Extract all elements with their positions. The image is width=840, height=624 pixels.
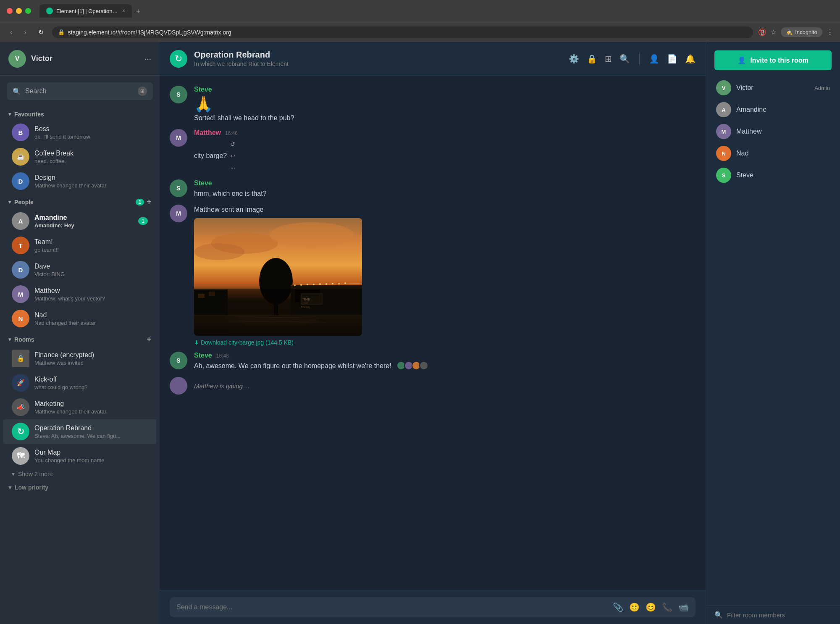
sidebar-item-ourmap[interactable]: 🗺 Our Map You changed the room name — [3, 444, 156, 468]
emoji-icon[interactable]: 🙂 — [629, 602, 640, 612]
member-item-steve[interactable]: S Steve — [711, 164, 835, 186]
nad-member-name: Nad — [736, 150, 830, 157]
marketing-name: Marketing — [34, 400, 148, 408]
svg-point-2 — [270, 222, 354, 247]
people-add-btn[interactable]: + — [147, 197, 151, 206]
sidebar-item-amandine[interactable]: A Amandine Amandine: Hey 1 — [3, 209, 156, 233]
svg-point-3 — [194, 243, 244, 260]
react-btn[interactable]: ↺ — [227, 138, 239, 150]
sidebar-item-coffee-break[interactable]: ☕ Coffee Break need. coffee. — [3, 145, 156, 169]
steve1-sender[interactable]: Steve — [194, 86, 212, 93]
members-icon[interactable]: 👤 — [649, 54, 659, 64]
kickoff-info: Kick-off what could go wrong? — [34, 376, 148, 390]
message-input[interactable] — [176, 603, 608, 611]
invite-icon: 👤 — [738, 56, 746, 64]
tab-close-btn[interactable]: × — [122, 8, 125, 14]
reload-btn[interactable]: ↻ — [35, 26, 47, 38]
settings-icon[interactable]: ⚙️ — [569, 54, 579, 64]
svg-rect-7 — [198, 294, 205, 298]
svg-rect-25 — [194, 315, 362, 336]
favourites-section-header[interactable]: ▾ Favourites — [0, 107, 160, 120]
city-barge-image[interactable]: THE CITY BARGE — [194, 218, 362, 336]
video-icon[interactable]: 📹 — [678, 602, 689, 612]
people-section-header[interactable]: ▾ People 1 + — [0, 193, 160, 209]
right-panel: 👤 Invite to this room V Victor Admin A A… — [706, 42, 840, 624]
steve3-header: Steve 16:48 — [194, 352, 696, 359]
minimize-window-btn[interactable] — [16, 8, 22, 14]
search-filter-btn[interactable]: ⊞ — [138, 87, 147, 96]
sidebar: V Victor ··· 🔍 Search ⊞ ▾ Favourites B B… — [0, 42, 160, 624]
download-link[interactable]: ⬇ Download city-barge.jpg (144.5 KB) — [194, 339, 696, 346]
chat-messages[interactable]: S Steve 🙏 Sorted! shall we head to the p… — [160, 76, 706, 590]
finance-preview: Matthew was invited — [34, 360, 148, 366]
matthew2-content: Matthew sent an image — [194, 205, 696, 346]
search-icon: 🔍 — [13, 87, 21, 95]
sidebar-item-marketing[interactable]: 📣 Marketing Matthew changed their avatar — [3, 395, 156, 419]
sidebar-item-finance[interactable]: 🔒 Finance (encrypted) Matthew was invite… — [3, 346, 156, 371]
sidebar-item-kickoff[interactable]: 🚀 Kick-off what could go wrong? — [3, 371, 156, 395]
oprebrand-info: Operation Rebrand Steve: Ah, awesome. We… — [34, 424, 148, 439]
app-container: V Victor ··· 🔍 Search ⊞ ▾ Favourites B B… — [0, 42, 840, 624]
lock-icon: 🔒 — [58, 29, 65, 35]
steve2-sender[interactable]: Steve — [194, 179, 212, 187]
lock-header-icon[interactable]: 🔒 — [587, 54, 597, 64]
member-item-amandine[interactable]: A Amandine — [711, 99, 835, 121]
steve3-sender[interactable]: Steve — [194, 352, 212, 359]
bookmark-icon[interactable]: ☆ — [771, 28, 777, 36]
new-tab-btn[interactable]: + — [132, 5, 144, 18]
rooms-section-header[interactable]: ▾ Rooms + — [0, 331, 160, 346]
forward-btn[interactable]: › — [21, 27, 29, 38]
svg-point-4 — [259, 258, 293, 304]
message-group-steve2: S Steve hmm, which one is that? — [160, 178, 706, 200]
member-item-nad[interactable]: N Nad — [711, 142, 835, 164]
member-item-matthew[interactable]: M Matthew — [711, 121, 835, 142]
sidebar-item-design[interactable]: D Design Matthew changed their avatar — [3, 169, 156, 193]
files-icon[interactable]: 📄 — [667, 54, 677, 64]
search-header-icon[interactable]: 🔍 — [620, 54, 630, 64]
matthew1-sender[interactable]: Matthew — [194, 129, 221, 137]
sidebar-item-boss[interactable]: B Boss ok, I'll send it tomorrow — [3, 120, 156, 145]
steve3-avatar: S — [170, 352, 187, 369]
sidebar-item-matthew[interactable]: M Matthew Matthew: what's your vector? — [3, 282, 156, 306]
sticker-icon[interactable]: 😊 — [646, 602, 656, 612]
coffee-break-info: Coffee Break need. coffee. — [34, 150, 148, 164]
notifications-icon[interactable]: 🔔 — [685, 54, 696, 64]
back-btn[interactable]: ‹ — [7, 27, 16, 38]
rooms-list: 🔒 Finance (encrypted) Matthew was invite… — [0, 346, 160, 468]
svg-rect-11 — [301, 294, 322, 304]
browser-actions: 📵 ☆ 🕵 Incognito ⋮ — [758, 27, 833, 37]
close-window-btn[interactable] — [7, 8, 13, 14]
reply-btn[interactable]: ↩ — [227, 150, 239, 162]
more-options-btn[interactable]: ··· — [227, 162, 239, 174]
dave-avatar: D — [12, 261, 29, 279]
grid-icon[interactable]: ⊞ — [605, 54, 612, 64]
rooms-add-btn[interactable]: + — [147, 335, 151, 344]
steve3-content: Steve 16:48 Ah, awesome. We can figure o… — [194, 352, 696, 371]
sidebar-item-dave[interactable]: D Dave Victor: BING — [3, 258, 156, 282]
member-item-victor[interactable]: V Victor Admin — [711, 77, 835, 99]
reaction-avatars — [396, 361, 428, 370]
svg-point-22 — [332, 283, 333, 284]
low-priority-section[interactable]: ▾ Low priority — [0, 480, 160, 493]
invite-label: Invite to this room — [750, 57, 808, 64]
attachment-icon[interactable]: 📎 — [613, 602, 623, 612]
sidebar-item-team[interactable]: T Team! go team!!! — [3, 233, 156, 258]
search-bar[interactable]: 🔍 Search ⊞ — [7, 82, 153, 100]
address-bar[interactable]: 🔒 staging.element.io/#/room/!lSjMRGQVDSp… — [52, 26, 753, 38]
browser-tab-active[interactable]: Element [1] | Operation Rebran... × — [39, 4, 132, 18]
show-more-btn[interactable]: ▾ Show 2 more — [3, 468, 156, 480]
sidebar-header: V Victor ··· — [0, 42, 160, 76]
fullscreen-window-btn[interactable] — [25, 8, 31, 14]
tab-favicon — [46, 8, 53, 14]
sidebar-item-nad[interactable]: N Nad Nad changed their avatar — [3, 306, 156, 331]
finance-info: Finance (encrypted) Matthew was invited — [34, 351, 148, 366]
sidebar-item-operation-rebrand[interactable]: ↻ Operation Rebrand Steve: Ah, awesome. … — [3, 419, 156, 444]
call-icon[interactable]: 📞 — [662, 602, 672, 612]
invite-to-room-btn[interactable]: 👤 Invite to this room — [714, 50, 832, 70]
filter-members-input[interactable] — [727, 611, 832, 619]
browser-menu-btn[interactable]: ⋮ — [827, 28, 833, 36]
camera-off-icon[interactable]: 📵 — [758, 28, 766, 36]
sidebar-menu-btn[interactable]: ··· — [144, 54, 151, 63]
user-avatar[interactable]: V — [8, 50, 26, 68]
ourmap-name: Our Map — [34, 449, 148, 456]
